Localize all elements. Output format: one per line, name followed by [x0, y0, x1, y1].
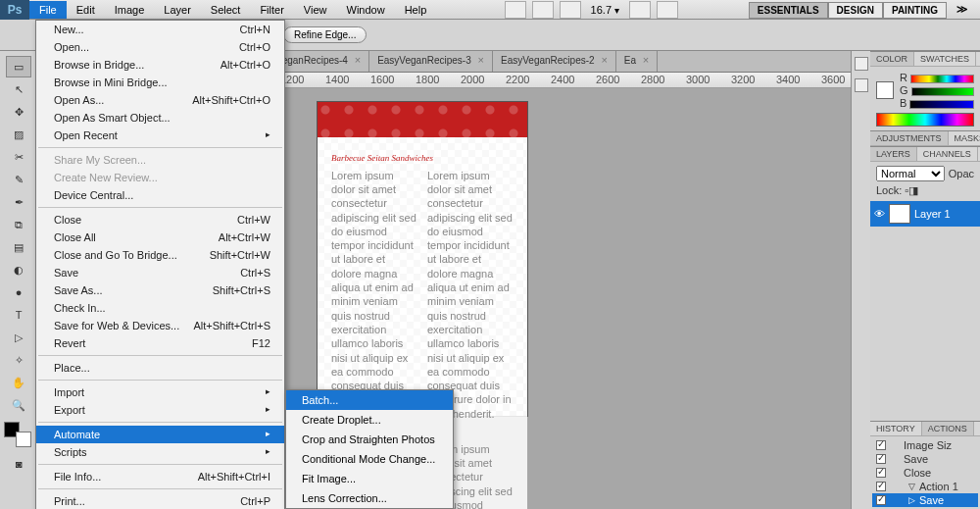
panel-tab[interactable]: LAYERS	[870, 147, 917, 161]
menu-item[interactable]: Export	[36, 401, 284, 419]
tool[interactable]: ✒	[6, 191, 31, 213]
menu-item[interactable]: Print...Ctrl+P	[36, 492, 284, 509]
marquee-tool[interactable]: ▭	[6, 56, 31, 77]
foreground-swatch[interactable]	[876, 81, 894, 99]
quick-mask-tool[interactable]: ◙	[6, 453, 31, 475]
action-row[interactable]: Image Siz	[872, 438, 978, 452]
toolbar-icon[interactable]	[657, 1, 678, 19]
menu-help[interactable]: Help	[395, 1, 437, 19]
panel-tab[interactable]: SWATCHES	[914, 52, 976, 66]
close-tab-icon[interactable]: ×	[355, 54, 361, 66]
blend-mode-select[interactable]: Normal	[876, 166, 945, 181]
toggle-icon[interactable]	[876, 495, 886, 505]
menu-item[interactable]: Open As...Alt+Shift+Ctrl+O	[36, 91, 284, 109]
tool[interactable]: ●	[6, 281, 31, 303]
tool[interactable]: ✥	[6, 101, 31, 123]
panel-tab[interactable]: HISTORY	[870, 422, 922, 435]
toolbar-icon[interactable]	[505, 1, 526, 19]
tool[interactable]: T	[6, 304, 31, 326]
tool[interactable]: ✂	[6, 146, 31, 168]
b-slider[interactable]	[909, 100, 974, 109]
panel-tab[interactable]: CHANNELS	[917, 147, 978, 161]
tool[interactable]: ✎	[6, 169, 31, 190]
tool[interactable]: ▨	[6, 124, 31, 145]
lock-icon[interactable]: ◨	[908, 184, 918, 196]
toggle-icon[interactable]	[876, 482, 886, 491]
toolbar-icon[interactable]	[560, 1, 581, 19]
workspace-essentials[interactable]: ESSENTIALS	[749, 2, 828, 19]
workspace-painting[interactable]: PAINTING	[883, 2, 947, 19]
menu-item[interactable]: Place...	[36, 359, 284, 377]
tool[interactable]: ✧	[6, 349, 31, 371]
menu-item[interactable]: Close AllAlt+Ctrl+W	[36, 229, 284, 246]
toolbar-icon[interactable]	[629, 1, 651, 19]
close-tab-icon[interactable]: ×	[643, 54, 649, 66]
g-slider[interactable]	[911, 87, 974, 96]
color-swatches[interactable]	[4, 422, 31, 447]
menu-image[interactable]: Image	[105, 1, 155, 19]
menu-item[interactable]: Open As Smart Object...	[36, 109, 284, 127]
menu-select[interactable]: Select	[201, 1, 251, 19]
document-tab[interactable]: EasyVeganRecipes-2 ×	[493, 51, 616, 72]
r-slider[interactable]	[910, 75, 974, 83]
menu-item[interactable]: Save As...Shift+Ctrl+S	[36, 281, 284, 299]
menu-item[interactable]: Check In...	[36, 299, 284, 317]
menu-item[interactable]: Scripts	[36, 443, 284, 461]
tool[interactable]: ▷	[6, 327, 31, 348]
panel-tab[interactable]: ADJUSTMENTS	[870, 131, 949, 145]
tool[interactable]: ◐	[6, 259, 31, 280]
menu-item[interactable]: New...Ctrl+N	[36, 21, 284, 38]
action-row[interactable]: Save	[872, 452, 978, 466]
menu-item[interactable]: CloseCtrl+W	[36, 211, 284, 229]
toggle-icon[interactable]	[876, 454, 886, 464]
color-spectrum[interactable]	[876, 113, 974, 127]
menu-item[interactable]: Automate	[36, 426, 284, 443]
menu-item[interactable]: Open...Ctrl+O	[36, 38, 284, 56]
zoom-value[interactable]: 16.7 ▾	[587, 4, 623, 16]
menu-item[interactable]: Browse in Mini Bridge...	[36, 74, 284, 91]
paragraph-panel-icon[interactable]	[855, 78, 868, 92]
submenu-item[interactable]: Lens Correction...	[286, 488, 453, 508]
action-row[interactable]: Close	[872, 466, 978, 480]
menu-item[interactable]: SaveCtrl+S	[36, 264, 284, 281]
character-panel-icon[interactable]	[855, 57, 868, 71]
document-tab[interactable]: EasyVeganRecipes-3 ×	[369, 51, 493, 72]
layer-row[interactable]: 👁Layer 1	[870, 201, 980, 227]
submenu-item[interactable]: Create Droplet...	[286, 410, 453, 430]
menu-item[interactable]: RevertF12	[36, 334, 284, 352]
action-row[interactable]: ▷ Save	[872, 493, 978, 507]
tool[interactable]: ⧉	[6, 214, 31, 235]
panel-tab[interactable]: COLOR	[870, 52, 914, 66]
menu-item[interactable]: File Info...Alt+Shift+Ctrl+I	[36, 468, 284, 485]
document[interactable]: Barbecue Seitan Sandwiches Lorem ipsum d…	[318, 102, 527, 416]
layer-thumb[interactable]	[889, 204, 910, 224]
tool[interactable]: ▤	[6, 236, 31, 258]
menu-layer[interactable]: Layer	[154, 1, 201, 19]
toggle-icon[interactable]	[876, 468, 886, 478]
submenu-item[interactable]: Fit Image...	[286, 469, 453, 488]
tool[interactable]: ↖	[6, 78, 31, 100]
workspace-design[interactable]: DESIGN	[828, 2, 883, 19]
visibility-icon[interactable]: 👁	[874, 208, 885, 220]
menu-item[interactable]: Browse in Bridge...Alt+Ctrl+O	[36, 56, 284, 74]
submenu-item[interactable]: Conditional Mode Change...	[286, 449, 453, 469]
menu-view[interactable]: View	[294, 1, 337, 19]
close-tab-icon[interactable]: ×	[478, 54, 484, 66]
menu-item[interactable]: Open Recent	[36, 127, 284, 144]
panel-tab[interactable]: MASKS	[949, 131, 980, 145]
tool[interactable]: ✋	[6, 372, 31, 393]
menu-filter[interactable]: Filter	[250, 1, 293, 19]
document-tab[interactable]: Ea ×	[616, 51, 658, 72]
submenu-item[interactable]: Crop and Straighten Photos	[286, 430, 453, 449]
action-row[interactable]: ▽ Action 1	[872, 480, 978, 493]
menu-window[interactable]: Window	[337, 1, 395, 19]
toggle-icon[interactable]	[876, 440, 886, 450]
panel-tab[interactable]: ACTIONS	[922, 422, 974, 435]
toolbar-icon[interactable]	[532, 1, 554, 19]
menu-item[interactable]: Device Central...	[36, 186, 284, 204]
menu-item[interactable]: Save for Web & Devices...Alt+Shift+Ctrl+…	[36, 317, 284, 334]
menu-edit[interactable]: Edit	[67, 1, 105, 19]
refine-edge-button[interactable]: Refine Edge...	[283, 26, 367, 43]
menu-file[interactable]: File	[29, 1, 67, 19]
tool[interactable]: 🔍	[6, 394, 31, 416]
